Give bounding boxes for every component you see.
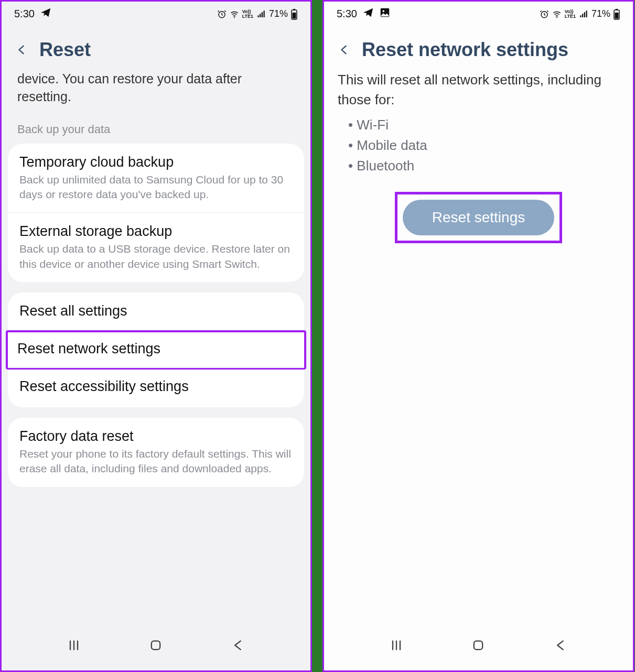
battery-percent: 71% bbox=[269, 8, 288, 19]
item-subtitle: Back up unlimited data to Samsung Cloud … bbox=[19, 172, 293, 202]
item-title: Reset accessibility settings bbox=[19, 378, 293, 395]
alarm-icon bbox=[217, 9, 227, 19]
recents-icon[interactable] bbox=[386, 635, 407, 656]
svg-point-9 bbox=[556, 16, 557, 17]
recents-icon[interactable] bbox=[63, 635, 84, 656]
svg-point-7 bbox=[382, 10, 384, 12]
signal-icon bbox=[256, 9, 266, 19]
item-title: Factory data reset bbox=[19, 428, 293, 445]
telegram-icon bbox=[40, 7, 51, 21]
item-title: Temporary cloud backup bbox=[19, 154, 293, 170]
svg-rect-5 bbox=[152, 641, 160, 649]
svg-rect-11 bbox=[616, 9, 618, 10]
phone-left: 5:30 Vo))LTE1 71% Reset device. You can … bbox=[0, 0, 312, 672]
nav-bar bbox=[324, 624, 633, 670]
wifi-icon bbox=[229, 9, 240, 19]
status-left: 5:30 bbox=[14, 7, 51, 21]
battery-icon bbox=[613, 8, 620, 20]
svg-rect-3 bbox=[293, 9, 295, 10]
body-text: This will reset all network settings, in… bbox=[324, 70, 633, 110]
backup-card: Temporary cloud backup Back up unlimited… bbox=[8, 144, 304, 282]
back-icon[interactable] bbox=[337, 42, 351, 57]
page-header: Reset bbox=[2, 24, 310, 70]
status-bar: 5:30 Vo))LTE1 71% bbox=[324, 2, 633, 24]
highlight-box: Reset settings bbox=[395, 192, 562, 243]
factory-data-reset-item[interactable]: Factory data reset Reset your phone to i… bbox=[8, 418, 304, 487]
bullet-wifi: Wi-Fi bbox=[348, 115, 619, 135]
bullet-list: Wi-Fi Mobile data Bluetooth bbox=[324, 110, 633, 192]
item-subtitle: Back up data to a USB storage device. Re… bbox=[19, 242, 293, 272]
nav-back-icon[interactable] bbox=[228, 635, 249, 656]
reset-network-settings-item[interactable]: Reset network settings bbox=[8, 332, 304, 370]
description-text: device. You can restore your data after … bbox=[8, 70, 304, 110]
section-label: Back up your data bbox=[8, 110, 304, 144]
svg-rect-13 bbox=[474, 641, 482, 649]
button-container: Reset settings bbox=[324, 192, 633, 243]
nav-bar bbox=[2, 624, 310, 670]
item-subtitle: Reset your phone to its factory default … bbox=[19, 447, 293, 476]
status-bar: 5:30 Vo))LTE1 71% bbox=[2, 2, 310, 24]
item-title: Reset network settings bbox=[17, 341, 295, 357]
factory-reset-card: Factory data reset Reset your phone to i… bbox=[8, 418, 304, 487]
bullet-bluetooth: Bluetooth bbox=[348, 156, 619, 176]
highlight-box: Reset network settings bbox=[6, 330, 306, 370]
external-storage-backup-item[interactable]: External storage backup Back up data to … bbox=[8, 212, 304, 282]
nav-back-icon[interactable] bbox=[550, 635, 571, 656]
temporary-cloud-backup-item[interactable]: Temporary cloud backup Back up unlimited… bbox=[8, 144, 304, 213]
bullet-mobile-data: Mobile data bbox=[348, 135, 619, 156]
battery-percent: 71% bbox=[591, 8, 610, 19]
back-icon[interactable] bbox=[14, 42, 29, 57]
svg-point-1 bbox=[234, 16, 235, 17]
reset-options-card: Reset all settings Reset network setting… bbox=[8, 292, 304, 407]
volte-icon: Vo))LTE1 bbox=[565, 9, 576, 19]
scroll-area[interactable]: device. You can restore your data after … bbox=[2, 70, 310, 624]
home-icon[interactable] bbox=[145, 635, 166, 656]
status-time: 5:30 bbox=[14, 8, 35, 20]
telegram-icon bbox=[362, 7, 374, 21]
phone-right: 5:30 Vo))LTE1 71% Reset network settings… bbox=[322, 0, 634, 672]
page-title: Reset network settings bbox=[362, 39, 568, 61]
volte-icon: Vo))LTE1 bbox=[242, 9, 253, 19]
item-title: Reset all settings bbox=[19, 303, 293, 319]
page-title: Reset bbox=[39, 39, 91, 61]
status-right: Vo))LTE1 71% bbox=[217, 8, 298, 20]
signal-icon bbox=[578, 9, 589, 19]
wifi-icon bbox=[552, 9, 562, 19]
reset-all-settings-item[interactable]: Reset all settings bbox=[8, 292, 304, 332]
svg-rect-4 bbox=[293, 13, 296, 19]
status-right: Vo))LTE1 71% bbox=[540, 8, 620, 20]
reset-settings-button[interactable]: Reset settings bbox=[403, 200, 554, 235]
alarm-icon bbox=[540, 9, 549, 19]
battery-icon bbox=[290, 8, 298, 20]
page-header: Reset network settings bbox=[324, 24, 633, 70]
item-title: External storage backup bbox=[19, 223, 293, 240]
reset-accessibility-settings-item[interactable]: Reset accessibility settings bbox=[8, 367, 304, 407]
gallery-icon bbox=[379, 7, 391, 21]
svg-rect-12 bbox=[615, 13, 619, 19]
home-icon[interactable] bbox=[468, 635, 489, 656]
status-time: 5:30 bbox=[337, 8, 357, 20]
status-left: 5:30 bbox=[337, 7, 391, 21]
